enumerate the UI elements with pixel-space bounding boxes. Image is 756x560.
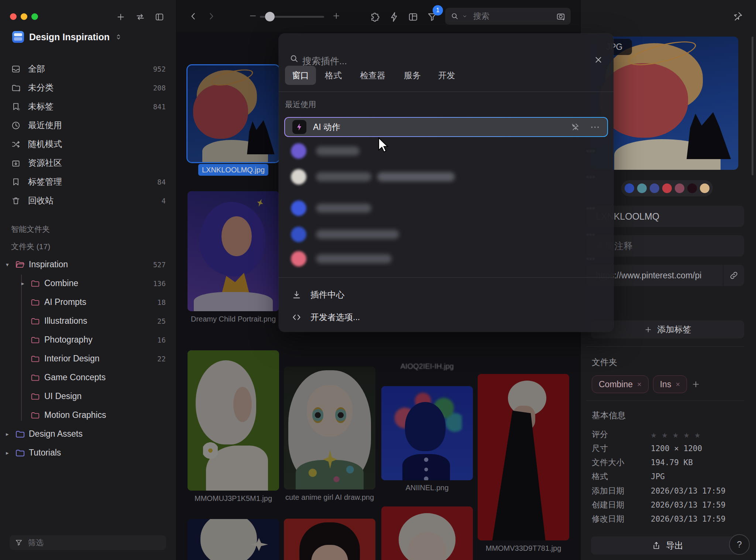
plugin-item-ai-actions[interactable]: AI 动作 ⋯ [284,117,608,137]
grid-item[interactable] [188,519,279,560]
zoom-window-button[interactable] [31,13,38,20]
folder-tag[interactable]: Combine × [592,375,649,393]
color-swatch[interactable] [625,183,634,193]
grid-item[interactable] [188,191,279,311]
tab-develop[interactable]: 开发 [438,66,455,85]
minimize-window-button[interactable] [21,13,27,20]
color-swatch[interactable] [700,183,709,193]
remove-tag-icon[interactable]: × [637,380,642,389]
sidebar-item-recent[interactable]: 最近使用 [0,116,176,135]
image-search-camera-icon[interactable] [556,11,566,21]
tab-format[interactable]: 格式 [325,66,342,85]
tab-inspector[interactable]: 检查器 [360,66,385,85]
color-swatch[interactable] [675,183,684,193]
sidebar-item-random[interactable]: 随机模式 [0,135,176,154]
tab-window[interactable]: 窗口 [285,66,316,85]
sidebar-item-community[interactable]: 资源社区 [0,154,176,172]
chevron-right-icon[interactable]: ▸ [21,280,28,287]
add-folder-tag-icon[interactable] [691,380,700,389]
plugin-center-item[interactable]: 插件中心 [292,289,344,300]
section-folders[interactable]: 文件夹 (17) [11,241,50,252]
grid-item[interactable] [478,374,569,540]
forward-icon[interactable] [206,11,216,21]
sidebar-item-uncategorized[interactable]: ? 未分类 208 [0,78,176,97]
more-icon[interactable]: ⋯ [590,121,600,133]
unpin-icon[interactable] [570,122,580,132]
filter-input[interactable]: 筛选 [10,535,166,550]
folder-photography[interactable]: Photography 16 [0,330,176,349]
grid-item-filename[interactable]: MMOMV33D9T781.jpg [478,543,569,553]
more-icon[interactable]: ⋯ [586,172,595,182]
zoom-slider-thumb[interactable] [265,12,275,21]
folder-motion-graphics[interactable]: Motion Graphics [0,406,176,425]
back-icon[interactable] [189,11,198,21]
actions-bolt-icon[interactable] [389,11,400,23]
folder-ai-prompts[interactable]: AI Prompts 18 [0,293,176,312]
zoom-out-icon[interactable] [248,11,257,20]
sidebar-item-all[interactable]: 全部 952 [0,59,176,78]
chevron-down-icon[interactable]: ▾ [6,261,13,268]
grid-item-filename[interactable]: cute anime girl AI draw.png [284,492,375,502]
help-button[interactable]: ? [729,534,750,555]
grid-item-filename[interactable]: Dreamy Child Portrait.png [188,314,279,324]
swap-icon[interactable] [135,12,145,22]
grid-item[interactable] [381,386,473,480]
folder-inspiration[interactable]: ▾ Inspiration 527 [0,255,176,274]
export-button[interactable]: 导出 [591,536,744,554]
plugin-item-blurred[interactable]: ⋯ [284,198,608,219]
grid-item[interactable] [381,506,473,560]
section-smart-folders[interactable]: 智能文件夹 [11,224,50,234]
layout-columns-icon[interactable] [408,11,419,23]
color-swatch[interactable] [662,183,672,193]
plugin-item-blurred[interactable]: ⋯ [284,224,608,245]
plugin-item-blurred[interactable]: ⋯ [284,141,608,161]
folder-interior-design[interactable]: Interior Design 22 [0,349,176,368]
plugin-item-blurred[interactable]: ⋯ [284,248,608,269]
sidebar-item-untagged[interactable]: ? 未标签 841 [0,97,176,116]
folder-game-concepts[interactable]: Game Concepts [0,368,176,387]
more-icon[interactable]: ⋯ [586,254,595,264]
search-input[interactable]: 搜索 [445,8,571,25]
plugin-item-blurred[interactable]: ⋯ [284,166,608,187]
rating-stars[interactable]: ★★★★★ [651,429,705,440]
grid-item[interactable] [284,367,375,489]
plugin-puzzle-icon[interactable] [370,11,381,23]
grid-item[interactable] [188,350,279,491]
panel-scrollbar[interactable] [752,37,753,175]
close-window-button[interactable] [10,13,17,20]
chevron-right-icon[interactable]: ▸ [6,431,13,437]
sidebar-item-tag-manager[interactable]: 标签管理 84 [0,172,176,191]
folder-illustrations[interactable]: Illustrations 25 [0,312,176,330]
color-swatch[interactable] [687,183,697,193]
tab-services[interactable]: 服务 [404,66,421,85]
close-icon[interactable] [594,55,603,65]
grid-item-filename[interactable]: ANIINEL.png [381,483,473,493]
grid-item-selected[interactable] [188,65,279,162]
folder-tag[interactable]: Ins × [653,375,687,393]
color-swatch[interactable] [650,183,659,193]
remove-tag-icon[interactable]: × [676,380,680,389]
color-swatch[interactable] [637,183,647,193]
sidebar-item-trash[interactable]: 回收站 4 [0,191,176,210]
more-icon[interactable]: ⋯ [586,229,595,240]
zoom-in-icon[interactable] [332,11,341,20]
open-link-button[interactable] [723,265,744,286]
developer-options-item[interactable]: 开发者选项... [292,312,360,323]
folder-combine[interactable]: ▸ Combine 136 [0,274,176,293]
chevron-down-icon[interactable] [462,14,467,19]
add-icon[interactable] [116,12,126,22]
more-icon[interactable]: ⋯ [586,203,595,213]
more-icon[interactable]: ⋯ [586,146,595,156]
pin-icon[interactable] [733,11,743,21]
library-switcher[interactable]: Design Inspiration [12,31,122,43]
grid-item[interactable] [284,519,375,560]
add-tag-button[interactable]: 添加标签 [591,320,744,339]
chevron-right-icon[interactable]: ▸ [6,450,13,456]
grid-item-filename-selected[interactable]: LXNKLOOLMQ.jpg [198,164,268,176]
toggle-sidebar-icon[interactable] [155,12,164,22]
folder-design-assets[interactable]: ▸ Design Assets [0,425,176,443]
folder-tutorials[interactable]: ▸ Tutorials [0,443,176,462]
grid-item-filename[interactable]: MMOMUJ3P1K5M1.jpg [188,494,279,504]
folder-ui-design[interactable]: UI Design [0,387,176,406]
grid-item-filename-partial[interactable]: AIOQ2IEI-IH.jpg [381,361,473,371]
